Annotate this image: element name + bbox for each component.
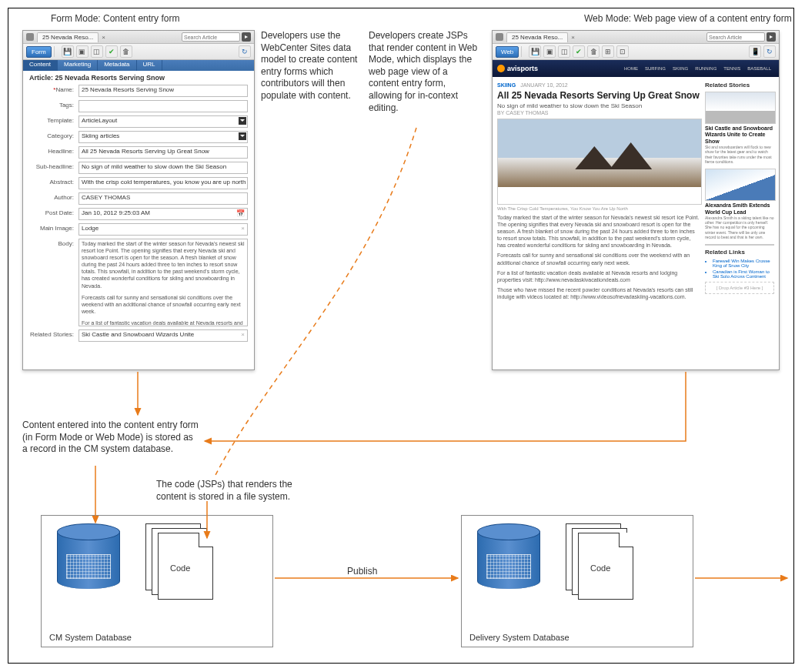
home-icon[interactable] (26, 33, 34, 41)
cm-database-icon (57, 523, 119, 589)
nav-running[interactable]: RUNNING (692, 65, 720, 72)
approve-icon[interactable]: ✔ (573, 45, 585, 58)
article-paragraph[interactable]: Today marked the start of the winter sea… (497, 214, 700, 249)
tab-content[interactable]: Content (23, 60, 58, 71)
preview-icon[interactable]: ▣ (76, 45, 89, 58)
titlebar: 25 Nevada Reso... × ▸ (23, 31, 254, 44)
annotation-code-stored: The code (JSPs) that renders the content… (156, 479, 310, 503)
related-story-title[interactable]: Alexandra Smith Extends World Cup Lead (705, 202, 774, 216)
input-mainimage[interactable]: Lodge× (78, 223, 248, 236)
delete-icon[interactable]: 🗑 (587, 45, 600, 58)
label-category: Category: (29, 131, 78, 139)
label-template: Template: (29, 115, 78, 124)
drop-zone[interactable]: [ Drop Article #3 Here ] (705, 282, 774, 294)
mode-web-button[interactable]: Web (496, 46, 519, 58)
publish-label: Publish (347, 566, 377, 578)
tab-url[interactable]: URL (137, 60, 162, 71)
site-logo[interactable]: avisports (497, 65, 538, 72)
delivery-system-box: Code Delivery System Database (461, 515, 693, 647)
tool-icon[interactable]: ⊡ (616, 45, 629, 58)
input-abstract[interactable]: With the crisp cold temperatures, you kn… (78, 177, 248, 189)
architecture-diagram: Form Mode: Content entry form Web Mode: … (8, 8, 794, 664)
device-icon[interactable]: 📱 (749, 45, 761, 58)
select-category[interactable]: Skiing articles (78, 131, 248, 143)
input-headline[interactable]: All 25 Nevada Resorts Serving Up Great S… (78, 146, 248, 159)
form-body: *Name:25 Nevada Resorts Serving Snow Tag… (23, 85, 254, 351)
search-go-button[interactable]: ▸ (767, 32, 776, 42)
label-name: Name: (55, 86, 74, 93)
mode-form-button[interactable]: Form (26, 46, 52, 58)
inspect-icon[interactable]: ◫ (91, 45, 103, 58)
home-icon[interactable] (496, 33, 503, 41)
tab-metadata[interactable]: Metadata (98, 60, 136, 71)
article-byline: BY CASEY THOMAS (497, 110, 700, 115)
tab-marketing[interactable]: Marketing (58, 60, 98, 71)
label-author: Author: (29, 192, 78, 201)
search-input[interactable] (706, 32, 765, 42)
document-tab[interactable]: 25 Nevada Reso... (506, 32, 568, 42)
tool-icon[interactable]: ⊞ (602, 45, 614, 58)
article-date: JANUARY 10, 2012 (520, 82, 568, 88)
select-template[interactable]: ArticleLayout (78, 115, 248, 128)
article-paragraph[interactable]: Those who have missed the recent powder … (497, 286, 700, 300)
delivery-database-icon (477, 523, 539, 589)
input-related[interactable]: Ski Castle and Snowboard Wizards Unite× (78, 329, 248, 342)
refresh-icon[interactable]: ↻ (763, 45, 776, 58)
nav-baseball[interactable]: BASEBALL (744, 65, 774, 72)
save-icon[interactable]: 💾 (529, 45, 541, 58)
close-icon[interactable]: × (571, 34, 575, 41)
related-links-heading: Related Links (705, 249, 774, 256)
label-tags: Tags: (29, 100, 78, 109)
article-headline[interactable]: All 25 Nevada Resorts Serving Up Great S… (497, 90, 700, 101)
article-paragraph[interactable]: Forecasts call for sunny and sensational… (497, 252, 700, 266)
search-go-button[interactable]: ▸ (242, 32, 251, 42)
close-icon[interactable]: × (102, 34, 105, 41)
approve-icon[interactable]: ✔ (105, 45, 118, 58)
save-icon[interactable]: 💾 (62, 45, 74, 58)
related-story-image[interactable] (705, 169, 776, 201)
document-tab[interactable]: 25 Nevada Reso... (37, 32, 99, 42)
nav-skiing[interactable]: SKIING (670, 65, 691, 72)
article-sidebar: Related Stories Ski Castle and Snowboard… (705, 82, 774, 300)
related-story-title[interactable]: Ski Castle and Snowboard Wizards Unite t… (705, 125, 774, 145)
label-body: Body: (29, 239, 78, 247)
related-link[interactable]: Canadian is First Woman to Ski Solo Acro… (713, 269, 774, 279)
form-tabs: Content Marketing Metadata URL (23, 60, 254, 71)
hero-caption: With The Crisp Cold Temperatures, You Kn… (497, 206, 700, 211)
refresh-icon[interactable]: ↻ (239, 45, 251, 58)
caption-form-mode: Form Mode: Content entry form (51, 13, 179, 24)
titlebar: 25 Nevada Reso... × ▸ (493, 31, 779, 44)
input-postdate[interactable]: Jan 10, 2012 9:25:03 AM📅 (78, 208, 248, 220)
form-mode-window: 25 Nevada Reso... × ▸ Form 💾 ▣ ◫ ✔ 🗑 ↻ C… (22, 30, 255, 370)
article-category[interactable]: SKIING (497, 82, 516, 88)
input-name[interactable]: 25 Nevada Resorts Serving Snow (78, 85, 248, 97)
search-input[interactable] (182, 32, 240, 42)
input-body[interactable]: Today marked the start of the winter sea… (78, 239, 248, 326)
related-story-image[interactable] (705, 92, 776, 124)
article-paragraph[interactable]: For a list of fantastic vacation deals a… (497, 269, 700, 283)
label-abstract: Abstract: (29, 177, 78, 186)
related-stories-heading: Related Stories (705, 82, 774, 89)
nav-home[interactable]: HOME (621, 65, 641, 72)
input-subheadline[interactable]: No sign of mild weather to slow down the… (78, 162, 248, 174)
toolbar: Form 💾 ▣ ◫ ✔ 🗑 ↻ (23, 44, 254, 60)
article-subheadline[interactable]: No sign of mild weather to slow down the… (497, 102, 700, 109)
label-subheadline: Sub-headline: (29, 162, 78, 170)
caption-web-mode: Web Mode: Web page view of a content ent… (584, 13, 792, 24)
input-tags[interactable] (78, 100, 248, 112)
code-files-icon: Code (145, 523, 215, 600)
nav-surfing[interactable]: SURFING (642, 65, 669, 72)
preview-icon[interactable]: ▣ (543, 45, 556, 58)
annotation-jsp: Developers create JSPs that render conte… (369, 30, 480, 114)
label-headline: Headline: (29, 146, 78, 155)
input-author[interactable]: CASEY THOMAS (78, 192, 248, 205)
web-mode-window: 25 Nevada Reso... × ▸ Web 💾 ▣ ◫ ✔ 🗑 ⊞ ⊡ … (492, 30, 780, 370)
hero-image[interactable] (497, 119, 702, 205)
inspect-icon[interactable]: ◫ (558, 45, 570, 58)
label-postdate: Post Date: (29, 208, 78, 216)
nav-tennis[interactable]: TENNIS (720, 65, 743, 72)
related-link[interactable]: Farewell Win Makes Crosse King of Snow C… (713, 259, 774, 268)
calendar-icon: 📅 (236, 209, 245, 217)
delete-icon[interactable]: 🗑 (120, 45, 132, 58)
annotation-data-model: Developers use the WebCenter Sites data … (261, 30, 361, 102)
